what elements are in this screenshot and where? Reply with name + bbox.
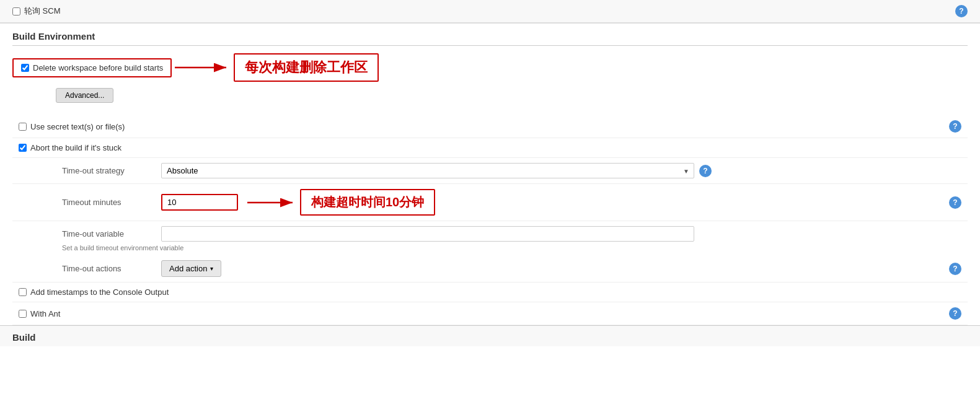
timeout-variable-row: Time-out variable: [12, 221, 968, 243]
timeout-strategy-help-icon[interactable]: ?: [699, 165, 712, 177]
add-timestamps-checkbox-group: Add timestamps to the Console Output: [12, 287, 169, 297]
advanced-button-row: Advanced...: [12, 84, 968, 115]
timeout-variable-input[interactable]: [161, 226, 694, 242]
advanced-button[interactable]: Advanced...: [56, 88, 113, 103]
add-action-button[interactable]: Add action ▾: [161, 260, 221, 277]
timeout-minutes-input[interactable]: [162, 195, 237, 209]
with-ant-help-icon[interactable]: ?: [949, 307, 961, 320]
timeout-minutes-arrow: [244, 193, 300, 212]
timeout-actions-help-icon[interactable]: ?: [949, 263, 961, 275]
use-secret-checkbox[interactable]: [19, 123, 27, 131]
timeout-variable-label: Time-out variable: [62, 229, 161, 239]
timeout-actions-label: Time-out actions: [62, 264, 161, 273]
polling-scm-item: 轮询 SCM: [12, 6, 61, 17]
abort-build-checkbox-group: Abort the build if it's stuck: [12, 143, 121, 152]
timeout-minutes-annotation: 构建超时时间10分钟: [300, 189, 435, 216]
timeout-strategy-row: Time-out strategy Absolute Deadline Elas…: [12, 158, 968, 184]
timeout-minutes-help-icon[interactable]: ?: [949, 196, 961, 209]
build-environment-section: Build Environment Delete workspace befor…: [0, 24, 980, 325]
delete-workspace-annotation: 每次构建删除工作区: [234, 53, 379, 82]
top-bar-left: 轮询 SCM: [12, 6, 61, 17]
delete-workspace-label: Delete workspace before build starts: [33, 63, 163, 72]
use-secret-help-icon[interactable]: ?: [949, 120, 961, 133]
abort-build-checkbox[interactable]: [19, 144, 27, 152]
build-environment-title: Build Environment: [12, 31, 968, 46]
timeout-actions-row: Time-out actions Add action ▾ ?: [12, 255, 968, 282]
polling-scm-checkbox[interactable]: [12, 7, 20, 15]
use-secret-checkbox-group: Use secret text(s) or file(s): [12, 122, 125, 131]
add-action-label: Add action: [169, 264, 207, 273]
delete-workspace-annotation-row: Delete workspace before build starts 每次构…: [12, 53, 968, 82]
build-section-title: Build: [0, 325, 980, 346]
use-secret-help-row: ?: [949, 120, 961, 133]
abort-build-label: Abort the build if it's stuck: [30, 143, 121, 152]
add-action-dropdown-arrow: ▾: [210, 265, 213, 272]
timeout-minutes-label: Timeout minutes: [62, 198, 161, 207]
with-ant-checkbox-group: With Ant: [12, 309, 60, 318]
timeout-variable-inner: Time-out variable: [62, 226, 968, 242]
delete-workspace-checkbox[interactable]: [21, 64, 29, 72]
with-ant-row: With Ant ?: [12, 302, 968, 325]
timeout-variable-hint: Set a build timeout environment variable: [12, 243, 968, 255]
timeout-strategy-select-wrapper: Absolute Deadline Elastic Likely stuck N…: [161, 163, 694, 178]
polling-scm-help-icon[interactable]: ?: [955, 5, 968, 17]
timeout-strategy-select[interactable]: Absolute Deadline Elastic Likely stuck N…: [161, 163, 694, 178]
top-bar: 轮询 SCM ?: [0, 0, 980, 23]
use-secret-label: Use secret text(s) or file(s): [30, 122, 125, 131]
with-ant-help-row: ?: [949, 307, 961, 320]
timeout-minutes-outer-row: Timeout minutes 构建超时时间10分钟 ?: [12, 184, 968, 221]
abort-build-row: Abort the build if it's stuck: [12, 138, 968, 158]
add-timestamps-label: Add timestamps to the Console Output: [30, 287, 169, 297]
add-timestamps-row: Add timestamps to the Console Output: [12, 282, 968, 302]
use-secret-row: Use secret text(s) or file(s) ?: [12, 115, 968, 138]
with-ant-label: With Ant: [30, 309, 60, 318]
add-timestamps-checkbox[interactable]: [19, 288, 27, 296]
with-ant-checkbox[interactable]: [19, 310, 27, 318]
polling-scm-label: 轮询 SCM: [24, 6, 61, 17]
delete-workspace-box: Delete workspace before build starts: [12, 58, 172, 77]
timeout-minutes-box: [161, 194, 238, 211]
page-wrapper: 轮询 SCM ? Build Environment Delete worksp…: [0, 0, 980, 394]
delete-workspace-arrow: [172, 58, 234, 77]
timeout-strategy-label: Time-out strategy: [62, 166, 161, 175]
